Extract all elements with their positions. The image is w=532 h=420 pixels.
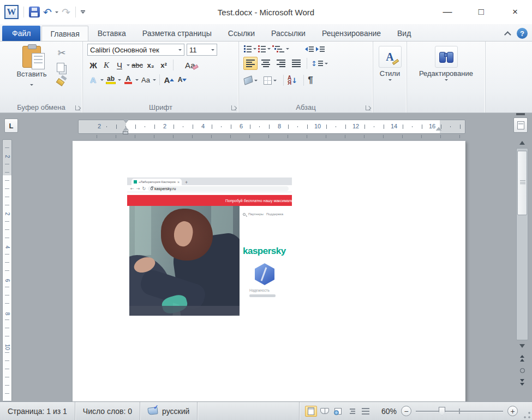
word-count[interactable]: Число слов: 0 xyxy=(75,402,140,420)
tab-file[interactable]: Файл xyxy=(2,26,40,41)
italic-button[interactable]: К xyxy=(100,59,112,71)
tab-view[interactable]: Вид xyxy=(389,26,419,41)
zoom-slider[interactable] xyxy=(416,406,503,417)
resize-grip[interactable] xyxy=(523,411,531,419)
editing-button[interactable] xyxy=(435,46,458,68)
tab-selector-button[interactable]: L xyxy=(4,119,18,133)
cut-icon[interactable]: ✂ xyxy=(57,47,65,58)
draft-view-button[interactable] xyxy=(360,406,372,417)
font-size-select[interactable]: 11 xyxy=(187,44,217,56)
underline-dropdown-icon[interactable] xyxy=(127,64,130,66)
align-right-button[interactable] xyxy=(274,59,288,68)
align-center-button[interactable] xyxy=(259,59,273,68)
paste-dropdown-icon[interactable] xyxy=(30,84,33,86)
ruler-toggle-button[interactable] xyxy=(513,117,528,133)
font-dialog-launcher-icon[interactable] xyxy=(231,105,236,110)
web-layout-view-button[interactable] xyxy=(332,406,344,417)
shading-button[interactable] xyxy=(243,76,253,84)
right-indent-marker[interactable] xyxy=(436,127,441,131)
highlight-dropdown-icon[interactable] xyxy=(118,79,121,81)
zoom-level[interactable]: 60% xyxy=(377,407,401,416)
sort-button[interactable]: АЯ ↓ xyxy=(287,75,298,86)
font-name-select[interactable]: Calibri (Основной тек xyxy=(87,44,184,56)
scroll-down-button[interactable] xyxy=(516,341,529,350)
split-handle[interactable] xyxy=(516,113,525,115)
zoom-in-button[interactable]: + xyxy=(507,406,518,416)
shading-dropdown-icon[interactable] xyxy=(254,80,258,81)
decrease-indent-button[interactable] xyxy=(304,46,314,52)
close-button[interactable]: × xyxy=(498,0,532,24)
document-page[interactable]: «Лаборатория Касперского» × + ← → ↻ kasp… xyxy=(73,141,465,401)
bullets-dropdown-icon[interactable] xyxy=(253,48,256,50)
underline-button[interactable]: Ч xyxy=(113,59,125,71)
page-indicator[interactable]: Страница: 1 из 1 xyxy=(0,402,75,420)
grow-font-button[interactable]: А xyxy=(163,74,175,86)
maximize-button[interactable]: □ xyxy=(464,0,498,24)
tab-references[interactable]: Ссылки xyxy=(220,26,263,41)
zoom-slider-handle[interactable] xyxy=(439,407,445,416)
font-color-dropdown-icon[interactable] xyxy=(135,79,139,81)
change-case-dropdown-icon[interactable] xyxy=(153,79,156,81)
shrink-font-button[interactable]: А xyxy=(176,74,188,86)
minimize-ribbon-icon[interactable] xyxy=(504,31,511,38)
highlight-button[interactable]: ab xyxy=(105,74,117,86)
copy-icon[interactable] xyxy=(57,63,64,72)
show-marks-button[interactable]: ¶ xyxy=(307,74,313,86)
styles-button[interactable]: А xyxy=(379,46,402,68)
left-indent-marker[interactable] xyxy=(123,131,128,134)
line-spacing-button[interactable]: ↕ xyxy=(310,59,324,68)
multilevel-dropdown-icon[interactable] xyxy=(286,48,289,50)
tab-home[interactable]: Главная xyxy=(41,26,88,41)
subscript-button[interactable]: x₂ xyxy=(145,59,157,71)
editing-dropdown-icon[interactable] xyxy=(445,79,448,81)
borders-button[interactable] xyxy=(263,76,272,85)
text-effects-dropdown-icon[interactable] xyxy=(100,79,104,81)
text-effects-button[interactable]: А xyxy=(87,74,99,86)
font-color-button[interactable]: А xyxy=(122,74,134,86)
embedded-image[interactable]: «Лаборатория Касперского» × + ← → ↻ kasp… xyxy=(127,178,292,320)
justify-button[interactable] xyxy=(289,59,303,68)
change-case-button[interactable]: Аа xyxy=(140,74,152,86)
help-icon[interactable]: ? xyxy=(517,28,528,39)
increase-indent-button[interactable] xyxy=(315,46,325,52)
bold-button[interactable]: Ж xyxy=(87,59,99,71)
scroll-up-button[interactable] xyxy=(516,138,529,147)
previous-page-button[interactable] xyxy=(516,353,529,363)
line-spacing-dropdown-icon[interactable] xyxy=(325,63,328,64)
superscript-button[interactable]: x² xyxy=(158,59,170,71)
outline-view-button[interactable] xyxy=(346,406,358,417)
reading-view-button[interactable] xyxy=(319,406,331,417)
zoom-out-button[interactable]: − xyxy=(401,406,411,416)
tab-page-layout[interactable]: Разметка страницы xyxy=(134,26,220,41)
scrollbar-track[interactable] xyxy=(516,148,528,340)
paragraph-dialog-launcher-icon[interactable] xyxy=(366,105,370,110)
shield-hexagon-icon xyxy=(255,263,274,285)
scrollbar-thumb[interactable] xyxy=(517,151,527,215)
first-line-indent-marker[interactable] xyxy=(123,120,129,123)
align-left-button[interactable] xyxy=(243,57,258,70)
format-painter-icon[interactable] xyxy=(57,76,67,85)
spellcheck-icon[interactable]: ✔ xyxy=(147,407,158,415)
tab-mailings[interactable]: Рассылки xyxy=(263,26,314,41)
horizontal-ruler[interactable]: 2 2 4 6 8 10 12 14 16 xyxy=(78,120,465,134)
tab-review[interactable]: Рецензирование xyxy=(314,26,389,41)
language-indicator[interactable]: ✔ русский xyxy=(140,402,197,420)
hanging-indent-marker[interactable] xyxy=(123,127,129,131)
next-page-button[interactable] xyxy=(516,377,529,387)
print-layout-view-button[interactable] xyxy=(305,406,317,417)
reload-icon: ↻ xyxy=(142,186,146,191)
strikethrough-button[interactable]: abc xyxy=(131,59,144,71)
vertical-ruler[interactable]: 2 2 4 6 8 10 xyxy=(2,139,12,401)
numbering-dropdown-icon[interactable] xyxy=(267,48,271,50)
select-browse-object-button[interactable] xyxy=(516,365,529,375)
clear-formatting-button[interactable]: Аа xyxy=(184,59,199,71)
styles-dropdown-icon[interactable] xyxy=(388,79,392,81)
clipboard-dialog-launcher-icon[interactable] xyxy=(75,105,80,110)
minimize-button[interactable]: — xyxy=(431,0,464,24)
tab-insert[interactable]: Вставка xyxy=(89,26,134,41)
bullets-button[interactable] xyxy=(243,45,252,53)
multilevel-list-button[interactable] xyxy=(272,45,285,53)
numbering-button[interactable] xyxy=(258,45,266,53)
paste-button[interactable]: Вставить xyxy=(12,46,51,88)
borders-dropdown-icon[interactable] xyxy=(273,80,277,81)
